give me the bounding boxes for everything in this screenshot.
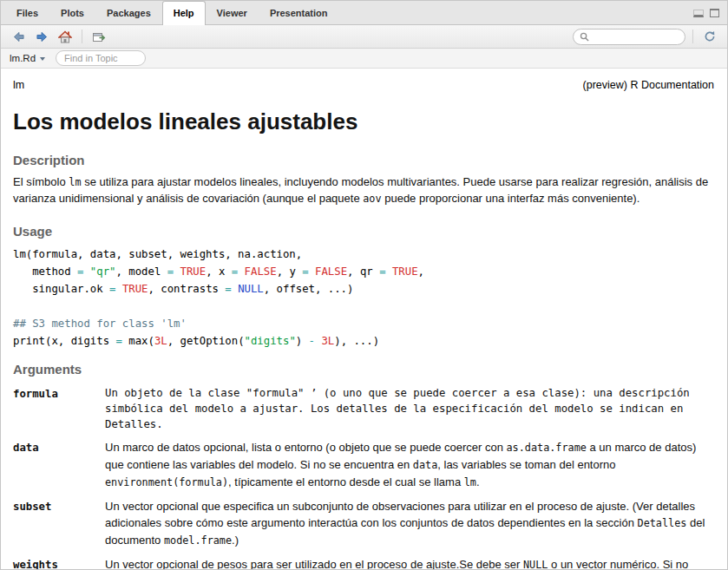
refresh-icon: [704, 30, 716, 43]
argument-name: formula: [13, 385, 105, 432]
arguments-heading: Arguments: [13, 362, 714, 377]
code-line: singular.ok = TRUE, contrasts = NULL, of…: [13, 280, 714, 298]
back-button[interactable]: [9, 28, 28, 46]
forward-arrow-icon: [36, 31, 49, 43]
tab-list: FilesPlotsPackagesHelpViewerPresentation: [5, 1, 339, 24]
find-in-topic-input[interactable]: [56, 50, 146, 66]
pane-tab-bar: FilesPlotsPackagesHelpViewerPresentation: [1, 1, 727, 25]
argument-description: Un objeto de la clase "formula" ’ (o uno…: [105, 385, 714, 432]
argument-name: weights: [13, 556, 105, 569]
inline-code: model.frame: [164, 534, 232, 547]
argument-description: Un marco de datos opcional, lista o ento…: [105, 439, 714, 491]
toolbar-divider-2: [692, 29, 693, 43]
code-line: [13, 298, 714, 315]
argument-row-data: dataUn marco de datos opcional, lista o …: [13, 439, 714, 491]
topic-selector[interactable]: lm.Rd: [10, 53, 45, 63]
minimize-pane-icon[interactable]: [693, 10, 704, 17]
toolbar-divider: [82, 29, 82, 43]
description-text: El símbolo lm se utiliza para ajustar mo…: [13, 174, 714, 206]
arguments-list: formulaUn objeto de la clase "formula" ’…: [13, 385, 714, 569]
inline-code: lm: [69, 176, 81, 188]
argument-description: Un vector opcional de pesos para ser uti…: [105, 556, 714, 569]
doc-topic: lm: [13, 79, 24, 91]
forward-button[interactable]: [32, 28, 51, 46]
doc-header: lm (preview) R Documentation: [13, 79, 714, 91]
doc-type-label: (preview) R Documentation: [583, 79, 714, 91]
argument-name: data: [13, 439, 105, 491]
maximize-pane-icon[interactable]: [710, 9, 719, 17]
popout-window-icon: [92, 30, 106, 43]
back-arrow-icon: [12, 31, 25, 43]
help-pane: FilesPlotsPackagesHelpViewerPresentation: [0, 0, 728, 570]
tab-viewer[interactable]: Viewer: [206, 1, 259, 24]
code-line: lm(formula, data, subset, weights, na.ac…: [13, 246, 714, 263]
tab-packages[interactable]: Packages: [95, 1, 162, 24]
search-icon: [580, 32, 589, 42]
window-controls: [693, 9, 719, 17]
tab-presentation[interactable]: Presentation: [259, 1, 339, 24]
inline-code: as.data.frame: [507, 442, 587, 454]
help-search-input[interactable]: [594, 31, 679, 42]
argument-description: Un vector opcional que especifica un sub…: [105, 498, 714, 549]
code-line: print(x, digits = max(3L, getOption("dig…: [13, 332, 714, 350]
argument-row-weights: weightsUn vector opcional de pesos para …: [13, 556, 714, 569]
argument-row-formula: formulaUn objeto de la clase "formula" ’…: [13, 385, 714, 432]
inline-code: Detalles: [638, 517, 687, 529]
description-heading: Description: [13, 153, 714, 167]
tab-plots[interactable]: Plots: [49, 1, 95, 24]
help-search-box[interactable]: [573, 29, 685, 45]
usage-heading: Usage: [13, 224, 714, 239]
help-content: lm (preview) R Documentation Los modelos…: [1, 69, 727, 569]
open-in-new-window-button[interactable]: [89, 28, 108, 46]
argument-row-subset: subsetUn vector opcional que especifica …: [13, 498, 714, 549]
home-icon: [58, 30, 72, 43]
chevron-down-icon: [40, 57, 45, 61]
refresh-button[interactable]: [700, 28, 719, 46]
inline-code: NULL: [523, 559, 548, 569]
tab-help[interactable]: Help: [162, 1, 206, 25]
inline-code: aov: [363, 193, 381, 205]
topic-label: lm.Rd: [10, 53, 36, 63]
inline-code: lm: [464, 476, 476, 488]
code-line: ## S3 method for class 'lm': [13, 315, 714, 332]
argument-name: subset: [13, 498, 105, 549]
home-button[interactable]: [56, 28, 75, 46]
page-title: Los modelos lineales ajustables: [13, 108, 714, 135]
help-toolbar: [1, 25, 727, 49]
code-line: method = "qr", model = TRUE, x = FALSE, …: [13, 263, 714, 280]
inline-code: data: [413, 459, 437, 471]
tab-files[interactable]: Files: [5, 1, 49, 24]
inline-code: environment(formula): [105, 476, 228, 488]
topic-toolbar: lm.Rd: [1, 49, 727, 69]
usage-code: lm(formula, data, subset, weights, na.ac…: [13, 246, 714, 350]
